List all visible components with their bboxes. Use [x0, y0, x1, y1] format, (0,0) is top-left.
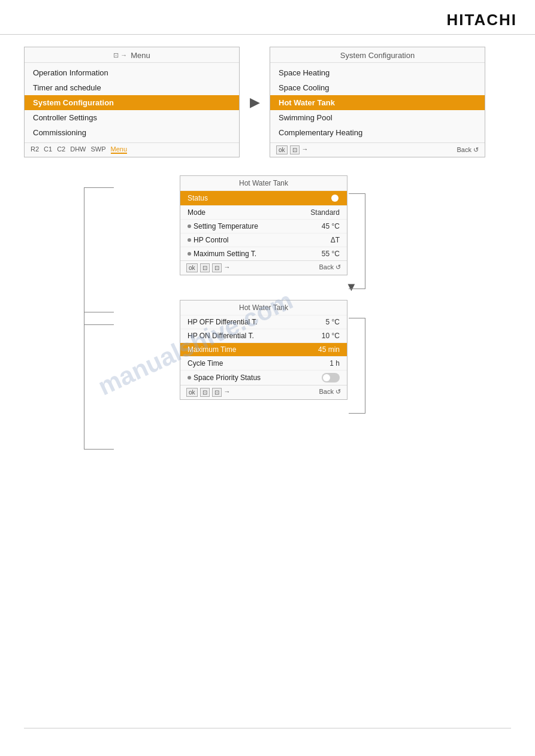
detail-panel-1-footer: ok ⊡ ⊡ → Back ↺: [180, 260, 347, 275]
detail-panel-1: Hot Water Tank Status Mode Standard Sett…: [180, 175, 347, 275]
cycle-time-label: Cycle Time: [188, 359, 223, 368]
second-detail-section: Hot Water Tank HP OFF Differential T. 5 …: [60, 300, 511, 400]
icon-ok-1: ok: [186, 263, 198, 272]
detail-panel-1-wrapper: Hot Water Tank Status Mode Standard Sett…: [180, 175, 347, 275]
footer-tabs: R2 C1 C2 DHW SWP Menu: [31, 145, 127, 154]
menu-item-controller[interactable]: Controller Settings: [25, 110, 239, 125]
menu-item-system-config[interactable]: System Configuration: [25, 95, 239, 110]
icon-nav-1: ⊡: [212, 263, 222, 272]
tab-c2[interactable]: C2: [57, 145, 65, 154]
menu-panel: ⊡ → Menu Operation Information Timer and…: [24, 47, 240, 157]
cycle-time-value: 1 h: [330, 359, 340, 368]
max-setting-value: 55 °C: [322, 250, 340, 258]
dot-setting-temp: [188, 224, 191, 228]
detail-panel-2-title: Hot Water Tank: [180, 300, 347, 315]
item-complementary-heating[interactable]: Complementary Heating: [270, 125, 485, 140]
detail-footer-icons-1: ok ⊡ ⊡ →: [186, 263, 231, 272]
menu-item-operation[interactable]: Operation Information: [25, 65, 239, 80]
brand-logo: HITACHI: [446, 11, 517, 29]
detail-row-mode[interactable]: Mode Standard: [180, 205, 347, 219]
dot-space-priority: [188, 376, 191, 379]
setting-temp-label: Setting Temperature: [188, 222, 258, 230]
item-space-cooling[interactable]: Space Cooling: [270, 80, 485, 95]
back-button-1[interactable]: Back ↺: [319, 263, 341, 272]
tab-r2[interactable]: R2: [31, 145, 39, 154]
system-config-panel: System Configuration Space Heating Space…: [270, 47, 485, 157]
icon-esc-1: ⊡: [200, 263, 210, 272]
status-toggle[interactable]: [322, 193, 340, 203]
detail-row-max-time[interactable]: Maximum Time 45 min: [180, 342, 347, 356]
bracket-2: [84, 312, 114, 450]
item-space-heating[interactable]: Space Heating: [270, 65, 485, 80]
system-config-header: System Configuration: [270, 47, 485, 63]
detail-row-hp-control[interactable]: HP Control ΔT: [180, 233, 347, 247]
icon-arrow-2: →: [224, 388, 231, 397]
dot-max-setting: [188, 252, 191, 256]
footer-arrow: →: [302, 145, 309, 154]
status-label: Status: [188, 194, 208, 202]
hp-control-label: HP Control: [188, 236, 228, 244]
right-bracket-2: [349, 318, 365, 414]
detail-panel-2-wrapper: Hot Water Tank HP OFF Differential T. 5 …: [180, 300, 347, 400]
header: HITACHI: [0, 0, 535, 35]
footer-icon-back-btn: ⊡: [290, 145, 300, 154]
hp-off-label: HP OFF Differential T.: [188, 318, 258, 326]
detail-row-setting-temp[interactable]: Setting Temperature 45 °C: [180, 219, 347, 233]
menu-icon: ⊡ →: [113, 51, 127, 59]
item-hot-water-tank[interactable]: Hot Water Tank: [270, 95, 485, 110]
menu-footer: R2 C1 C2 DHW SWP Menu: [25, 142, 239, 156]
detail-row-cycle-time[interactable]: Cycle Time 1 h: [180, 356, 347, 370]
first-detail-section: Hot Water Tank Status Mode Standard Sett…: [60, 175, 511, 275]
main-content: ⊡ → Menu Operation Information Timer and…: [0, 35, 535, 412]
right-bracket-1: [349, 193, 365, 289]
icon-ok-2: ok: [186, 388, 198, 397]
hp-control-value: ΔT: [331, 236, 340, 244]
space-priority-toggle[interactable]: [322, 373, 340, 382]
arrow-container: ▶: [246, 47, 264, 157]
mode-label: Mode: [188, 208, 205, 217]
detail-row-hp-off[interactable]: HP OFF Differential T. 5 °C: [180, 315, 347, 329]
space-priority-label: Space Priority Status: [188, 374, 261, 382]
menu-item-commissioning[interactable]: Commissioning: [25, 125, 239, 140]
back-button-top[interactable]: Back ↺: [457, 146, 479, 154]
max-time-label: Maximum Time: [188, 345, 236, 354]
tab-c1[interactable]: C1: [44, 145, 52, 154]
system-config-footer: ok ⊡ → Back ↺: [270, 142, 485, 157]
icon-esc-2: ⊡: [200, 388, 210, 397]
tab-menu[interactable]: Menu: [111, 145, 128, 154]
detail-panel-2-footer: ok ⊡ ⊡ → Back ↺: [180, 385, 347, 399]
max-time-value: 45 min: [318, 345, 340, 354]
dot-hp-control: [188, 238, 191, 242]
mode-value: Standard: [310, 208, 340, 217]
footer-icon-ok: ok: [276, 145, 288, 154]
item-swimming-pool[interactable]: Swimming Pool: [270, 110, 485, 125]
icon-arrow-1: →: [224, 263, 231, 272]
top-screens-row: ⊡ → Menu Operation Information Timer and…: [24, 47, 511, 157]
detail-panel-1-title: Hot Water Tank: [180, 176, 347, 190]
back-button-2[interactable]: Back ↺: [319, 388, 341, 397]
hp-on-label: HP ON Differential T.: [188, 332, 254, 340]
menu-panel-header: ⊡ → Menu: [25, 47, 239, 63]
setting-temp-value: 45 °C: [322, 222, 340, 230]
detail-footer-icons-2: ok ⊡ ⊡ →: [186, 388, 231, 397]
footer-icons: ok ⊡ →: [276, 145, 309, 154]
detail-row-hp-on[interactable]: HP ON Differential T. 10 °C: [180, 329, 347, 342]
tab-dhw[interactable]: DHW: [70, 145, 86, 154]
detail-row-status[interactable]: Status: [180, 190, 347, 205]
max-setting-label: Maximum Setting T.: [188, 250, 256, 258]
icon-nav-2: ⊡: [212, 388, 222, 397]
tab-swp[interactable]: SWP: [90, 145, 105, 154]
menu-items-list: Operation Information Timer and schedule…: [25, 63, 239, 142]
system-config-title: System Configuration: [340, 51, 415, 60]
menu-item-timer[interactable]: Timer and schedule: [25, 80, 239, 95]
hp-on-value: 10 °C: [322, 332, 340, 340]
detail-row-space-priority[interactable]: Space Priority Status: [180, 370, 347, 385]
nav-arrow: ▶: [250, 95, 260, 110]
system-config-items: Space Heating Space Cooling Hot Water Ta…: [270, 63, 485, 142]
menu-title: Menu: [131, 51, 150, 60]
hp-off-value: 5 °C: [326, 318, 340, 326]
detail-row-max-setting[interactable]: Maximum Setting T. 55 °C: [180, 247, 347, 260]
footer-line: [24, 728, 511, 732]
detail-panel-2: Hot Water Tank HP OFF Differential T. 5 …: [180, 300, 347, 400]
